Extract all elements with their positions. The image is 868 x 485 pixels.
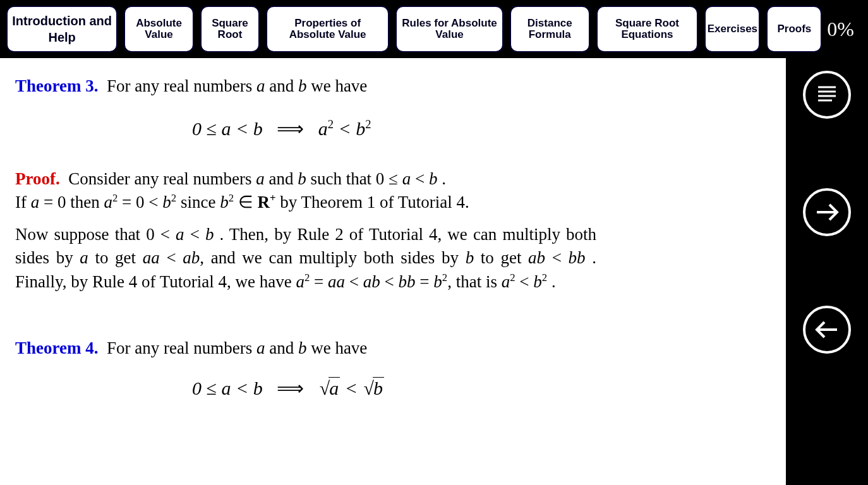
menu-lines-icon (813, 81, 841, 109)
ab: ab (528, 248, 545, 267)
aa: aa (143, 248, 160, 267)
tab-absolute-value[interactable]: Absolute Value (124, 6, 194, 52)
content-page: Theorem 3. For any real numbers a and b … (0, 58, 786, 485)
arrow-left-icon (813, 316, 841, 344)
var-b: b (466, 248, 474, 267)
proof-text: and (265, 169, 298, 188)
proof-paragraph-2: Now suppose that 0 < a < b . Then, by Ru… (15, 223, 596, 294)
proof-text: Consider any real numbers (68, 169, 256, 188)
proof-text: by Theorem 1 of Tutorial 4. (276, 193, 469, 212)
tab-square-root[interactable]: Square Root (200, 6, 260, 52)
var-a: a (256, 338, 265, 357)
menu-button[interactable] (803, 71, 851, 119)
proof-text: such that 0 ≤ (306, 169, 402, 188)
theorem-3-statement: Theorem 3. For any real numbers a and b … (15, 75, 596, 98)
proof-text: , and we can multiply both sides by (200, 248, 465, 267)
proof-text: = (416, 272, 434, 291)
ab: ab (363, 272, 380, 291)
theorem-3-text-2: and (265, 76, 298, 95)
aa: aa (328, 272, 345, 291)
var-b: b (205, 225, 214, 244)
b-sq: b2 (433, 272, 447, 291)
tab-proofs[interactable]: Proofs (766, 6, 822, 52)
implies-arrow: ⟹ (277, 118, 304, 139)
theorem-4-label: Theorem 4. (15, 338, 98, 357)
theorem-4-text-2: and (265, 338, 298, 357)
proof-text: < (411, 169, 429, 188)
tab-list: Introduction and Help Absolute Value Squ… (6, 6, 822, 52)
proof-text: Now suppose that 0 < (15, 225, 176, 244)
theorem-4-text-1: For any real numbers (107, 338, 256, 357)
ab: ab (183, 248, 200, 267)
proof-text: < (184, 225, 205, 244)
var-b: b (429, 169, 438, 188)
proof-label: Proof. (15, 169, 60, 188)
tab-distance-formula[interactable]: Distance Formula (510, 6, 590, 52)
implies-arrow: ⟹ (277, 378, 304, 398)
proof-text: to get (474, 248, 528, 267)
a-sq: a2 (502, 272, 515, 291)
theorem-3-label: Theorem 3. (15, 76, 98, 95)
theorem-3-formula: 0 ≤ a < b ⟹ a2 < b2 (15, 116, 771, 141)
proof-text: = 0 < (118, 193, 162, 212)
proof-text: , that is (447, 272, 502, 291)
proof-text: < (345, 272, 363, 291)
theorem-4-formula: 0 ≤ a < b ⟹ a < b (15, 375, 771, 401)
proof-text: = (310, 272, 328, 291)
theorem-3-text-3: we have (306, 76, 367, 95)
proof-text: < (380, 272, 399, 291)
var-a: a (80, 248, 88, 267)
var-a: a (31, 193, 40, 212)
sqrt-a: a (318, 375, 340, 401)
var-a: a (176, 225, 184, 244)
proof-text: < (515, 272, 534, 291)
tab-properties-absolute-value[interactable]: Properties of Absolute Value (266, 6, 389, 52)
theorem-3-text-1: For any real numbers (107, 76, 256, 95)
set-R-plus: R+ (258, 193, 276, 212)
formula-lhs: 0 ≤ a < b (192, 118, 263, 139)
proof-text: since (176, 193, 220, 212)
var-a: a (256, 169, 265, 188)
next-button[interactable] (803, 188, 851, 236)
proof-text: < (545, 248, 569, 267)
proof-text: = 0 then (39, 193, 104, 212)
var-b: b (298, 338, 307, 357)
proof-text: . (437, 169, 446, 188)
proof-text: . (547, 272, 556, 291)
arrow-right-icon (813, 198, 841, 226)
proof-text: ∈ (234, 193, 258, 212)
a-sq: a2 (104, 193, 118, 212)
sqrt-b: b (362, 375, 383, 401)
side-nav (786, 58, 868, 485)
b-squared: b2 (356, 118, 371, 139)
proof-text: to get (88, 248, 143, 267)
lt-1: < (334, 118, 356, 139)
a-sq: a2 (296, 272, 310, 291)
progress-percent: 0% (827, 18, 862, 41)
tab-intro-help[interactable]: Introduction and Help (6, 6, 118, 52)
tab-square-root-equations[interactable]: Square Root Equations (596, 6, 699, 52)
a-squared: a2 (318, 118, 334, 139)
proof-text: < (160, 248, 183, 267)
formula-lhs: 0 ≤ a < b (192, 378, 263, 398)
proof-text: If (15, 193, 31, 212)
lt-2: < (340, 378, 362, 398)
back-button[interactable] (803, 306, 851, 354)
theorem-4-statement: Theorem 4. For any real numbers a and b … (15, 337, 596, 360)
proof-paragraph-1: Proof. Consider any real numbers a and b… (15, 167, 596, 215)
var-a: a (256, 76, 265, 95)
tab-rules-absolute-value[interactable]: Rules for Absolute Value (395, 6, 503, 52)
b-sq: b2 (220, 193, 234, 212)
bb: bb (399, 272, 416, 291)
var-b: b (298, 76, 307, 95)
b-sq: b2 (533, 272, 547, 291)
var-b: b (298, 169, 306, 188)
theorem-4-text-3: we have (306, 338, 367, 357)
top-nav-bar: Introduction and Help Absolute Value Squ… (0, 0, 868, 58)
tab-exercises[interactable]: Exercises (704, 6, 760, 52)
var-a: a (402, 169, 411, 188)
b-sq: b2 (162, 193, 176, 212)
bb: bb (569, 248, 586, 267)
